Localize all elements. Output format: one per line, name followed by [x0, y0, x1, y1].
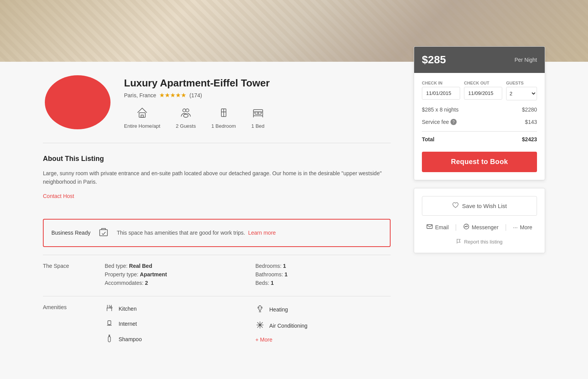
shampoo-label: Shampoo [119, 336, 142, 342]
amenities-left-col: Kitchen Internet [105, 304, 240, 350]
business-ready-label: Business Ready [51, 230, 90, 236]
service-fee-row: Service fee ? $143 [422, 119, 537, 128]
bedrooms-value: 1 [283, 263, 286, 269]
share-divider-2: | [505, 223, 507, 231]
check-out-input[interactable] [464, 87, 502, 100]
listing-header: Luxury Apartment-Eiffel Tower Paris, Fra… [43, 62, 391, 143]
flag-icon [456, 239, 462, 245]
booking-card-body: Check In Check Out Guests 2 1 3 [414, 73, 545, 180]
messenger-label: Messenger [472, 224, 498, 230]
feature-bedroom: 1 Bedroom [211, 107, 236, 129]
total-label: Total [422, 136, 434, 142]
total-value: $2423 [522, 136, 537, 142]
amenity-shampoo: Shampoo [105, 334, 240, 345]
share-actions: Email | Messenger | ··· More [422, 222, 537, 232]
request-to-book-button[interactable]: Request to Book [422, 152, 537, 172]
feature-home-label: Entire Home/apt [124, 123, 160, 129]
amenity-heating: Heating [255, 304, 391, 315]
svg-rect-11 [255, 112, 258, 114]
kitchen-label: Kitchen [119, 306, 137, 312]
property-type-value: Apartment [140, 271, 167, 277]
price-breakdown: $285 x 8 nights $2280 Service fee ? $143… [422, 107, 537, 146]
messenger-icon [463, 223, 469, 231]
amenity-ac: Air Conditioning [255, 321, 391, 331]
more-amenities-link[interactable]: + More [255, 337, 272, 343]
heating-icon [255, 304, 265, 315]
report-label: Report this listing [464, 239, 503, 245]
heating-label: Heating [269, 306, 288, 313]
accommodates-row: Accommodates: 2 [105, 280, 240, 286]
svg-rect-13 [100, 230, 107, 236]
feature-home: Entire Home/apt [124, 107, 160, 129]
service-fee-value: $143 [525, 119, 537, 125]
guests-select[interactable]: 2 1 3 [506, 87, 537, 100]
feature-bedroom-label: 1 Bedroom [211, 123, 236, 129]
svg-rect-37 [427, 225, 432, 228]
feature-guests-label: 2 Guests [176, 123, 196, 129]
beds-row: Beds: 1 [255, 280, 391, 286]
check-in-input[interactable] [422, 87, 460, 100]
messenger-share-button[interactable]: Messenger [460, 222, 501, 232]
listing-info: Luxury Apartment-Eiffel Tower Paris, Fra… [124, 73, 391, 129]
accommodates-value: 2 [145, 280, 148, 286]
wishlist-card: Save to Wish List Email | [414, 188, 545, 253]
amenities-label: Amenities [43, 304, 89, 350]
more-amenities[interactable]: + More [255, 337, 391, 343]
about-section: About This Listing Large, sunny room wit… [43, 143, 391, 211]
check-out-label: Check Out [464, 81, 502, 85]
bedroom-icon [218, 107, 230, 121]
svg-point-3 [186, 109, 189, 112]
guests-label: Guests [506, 81, 537, 85]
property-type-row: Property type: Apartment [105, 271, 240, 277]
svg-rect-23 [108, 337, 110, 342]
amenity-internet: Internet [105, 319, 240, 329]
service-fee-info-icon[interactable]: ? [450, 119, 457, 125]
booking-card: $285 Per Night Check In Check Out Guests [414, 46, 545, 180]
listing-meta: Paris, France ★★★★★ (174) [124, 91, 391, 99]
save-wishlist-label: Save to Wish List [462, 203, 507, 209]
share-divider-1: | [455, 223, 457, 231]
svg-rect-20 [108, 321, 111, 325]
save-wishlist-button[interactable]: Save to Wish List [422, 196, 537, 216]
beds-value: 1 [271, 280, 274, 286]
check-in-field: Check In [422, 81, 460, 100]
business-ready-text: This space has amenities that are good f… [117, 230, 382, 236]
bed-type-row: Bed type: Real Bed [105, 263, 240, 269]
more-label: More [520, 224, 532, 230]
check-out-field: Check Out [464, 81, 502, 100]
bedrooms-row: Bedrooms: 1 [255, 263, 391, 269]
svg-point-2 [183, 109, 186, 112]
learn-more-link[interactable]: Learn more [248, 230, 276, 236]
total-row: Total $2423 [422, 131, 537, 146]
about-title: About This Listing [43, 155, 391, 163]
contact-host-link[interactable]: Contact Host [43, 193, 74, 199]
email-label: Email [435, 224, 449, 230]
space-label: The Space [43, 263, 89, 288]
bathrooms-value: 1 [284, 271, 287, 277]
svg-point-4 [184, 114, 188, 117]
email-share-button[interactable]: Email [423, 222, 452, 232]
amenities-section: Amenities [43, 296, 391, 358]
check-in-label: Check In [422, 81, 460, 85]
booking-sidebar: $285 Per Night Check In Check Out Guests [414, 46, 545, 342]
price-nights-value: $2280 [522, 107, 537, 113]
price-display: $285 [422, 54, 446, 66]
guests-field: Guests 2 1 3 [506, 81, 537, 100]
bed-type-value: Real Bed [129, 263, 152, 269]
space-section: The Space Bed type: Real Bed Property ty… [43, 255, 391, 296]
svg-line-30 [258, 307, 258, 308]
bed-icon [252, 107, 264, 121]
listing-stars: ★★★★★ [159, 91, 186, 99]
report-listing[interactable]: Report this listing [422, 239, 537, 245]
more-share-button[interactable]: ··· More [510, 223, 535, 232]
kitchen-icon [105, 304, 114, 314]
report-link[interactable]: Report this listing [422, 239, 537, 245]
space-details-right: Bedrooms: 1 Bathrooms: 1 Beds: 1 [255, 263, 391, 288]
feature-guests: 2 Guests [176, 107, 196, 129]
business-ready-icon [98, 227, 109, 239]
email-icon [427, 224, 433, 230]
listing-features: Entire Home/apt 2 Guests [124, 107, 391, 129]
guests-icon [180, 107, 192, 121]
service-fee-label-group: Service fee ? [422, 119, 457, 125]
ac-label: Air Conditioning [269, 323, 308, 329]
